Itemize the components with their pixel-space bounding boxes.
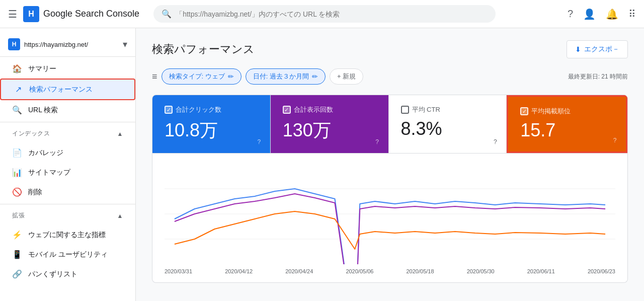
metric-card-ctr[interactable]: 平均 CTR 8.3% ? <box>389 95 507 153</box>
metric-card-clicks[interactable]: ✓ 合計クリック数 10.8万 ? <box>152 95 271 153</box>
filters-bar: ≡ 検索タイプ: ウェブ ✏ 日付: 過去３か月間 ✏ + 新規 最終更新日: … <box>152 68 628 85</box>
sidebar-item-summary[interactable]: 🏠 サマリー <box>0 59 135 79</box>
section-index-label: インデックス <box>12 129 50 138</box>
menu-icon[interactable]: ☰ <box>8 8 17 20</box>
app-logo: H Google Search Console <box>23 6 139 22</box>
metrics-row: ✓ 合計クリック数 10.8万 ? ✓ 合計表示回数 130万 ? 平均 CTR <box>152 95 628 154</box>
export-label: エクスポ－ <box>584 45 619 54</box>
ctr-value: 8.3% <box>401 118 495 139</box>
app-name: Google Search Console <box>43 9 139 19</box>
last-update-text: 最終更新日: 21 時間前 <box>568 72 628 81</box>
new-filter-button[interactable]: + 新規 <box>330 68 363 85</box>
mobile-icon: 📱 <box>12 250 22 259</box>
sidebar-item-mobile-usability[interactable]: 📱 モバイル ユーザビリティ <box>0 245 135 264</box>
xaxis-label-0: 2020/03/31 <box>165 268 192 274</box>
metric-card-position[interactable]: ✓ 平均掲載順位 15.7 ? <box>507 95 627 153</box>
section-extensions-label: 拡張 <box>12 211 25 220</box>
clicks-value: 10.8万 <box>165 118 258 143</box>
property-url: https://hayamizbg.net/ <box>24 41 119 48</box>
notification-icon[interactable]: 🔔 <box>606 8 618 20</box>
apps-icon[interactable]: ⠿ <box>628 8 636 20</box>
sidebar-item-sitemap-label: サイトマップ <box>28 168 70 177</box>
impressions-value: 130万 <box>283 118 376 143</box>
filter-icon: ≡ <box>152 71 157 82</box>
sidebar-item-coverage-label: カバレッジ <box>28 148 63 158</box>
date-edit-icon[interactable]: ✏ <box>312 72 318 81</box>
topbar-actions: ? 👤 🔔 ⠿ <box>568 8 636 20</box>
sidebar-item-vitals-label: ウェブに関する主な指標 <box>28 231 106 240</box>
sidebar-item-search-performance[interactable]: ↗ 検索パフォーマンス <box>0 79 135 100</box>
clicks-checkbox[interactable]: ✓ <box>165 106 173 114</box>
sidebar-item-summary-label: サマリー <box>28 64 56 73</box>
sidebar-divider-2 <box>0 204 135 204</box>
ctr-checkbox[interactable] <box>401 106 409 114</box>
impressions-help-icon[interactable]: ? <box>372 137 382 147</box>
sidebar-item-mobile-label: モバイル ユーザビリティ <box>28 250 108 259</box>
help-icon[interactable]: ? <box>568 8 573 20</box>
property-icon: H <box>8 38 20 50</box>
logo-icon: H <box>23 6 39 22</box>
section-collapse-icon[interactable]: ▲ <box>117 130 123 137</box>
search-icon: 🔍 <box>162 9 172 19</box>
position-value: 15.7 <box>520 120 614 141</box>
page-header: 検索パフォーマンス ⬇ エクスポ－ <box>152 40 628 58</box>
sidebar-divider-1 <box>0 122 135 122</box>
search-bar[interactable]: 🔍 <box>153 5 496 23</box>
sidebar-item-sitemap[interactable]: 📊 サイトマップ <box>0 163 135 182</box>
sidebar-item-url-inspection[interactable]: 🔍 URL 検索 <box>0 100 135 120</box>
web-vitals-icon: ⚡ <box>12 230 22 240</box>
xaxis-label-5: 2020/05/30 <box>467 268 495 274</box>
xaxis-label-6: 2020/06/11 <box>527 268 555 274</box>
impressions-label: ✓ 合計表示回数 <box>283 105 376 114</box>
remove-icon: 🚫 <box>12 187 22 197</box>
sidebar-item-breadcrumbs[interactable]: 🔗 パンくずリスト <box>0 264 135 284</box>
search-type-edit-icon[interactable]: ✏ <box>228 72 234 81</box>
breadcrumb-icon: 🔗 <box>12 269 22 279</box>
sidebar-item-remove[interactable]: 🚫 削除 <box>0 182 135 202</box>
sidebar-section-extensions: 拡張 ▲ <box>0 206 135 225</box>
sidebar-item-url-label: URL 検索 <box>28 106 58 115</box>
date-chip[interactable]: 日付: 過去３か月間 ✏ <box>246 68 326 85</box>
trend-icon: ↗ <box>13 85 23 94</box>
search-type-label: 検索タイプ: ウェブ <box>169 72 225 81</box>
sidebar-item-web-vitals[interactable]: ⚡ ウェブに関する主な指標 <box>0 225 135 245</box>
sidebar-item-breadcrumb-label: パンくずリスト <box>28 270 77 279</box>
xaxis-label-4: 2020/05/18 <box>407 268 434 274</box>
impressions-checkbox[interactable]: ✓ <box>283 106 291 114</box>
date-label: 日付: 過去３か月間 <box>253 72 309 81</box>
clicks-help-icon[interactable]: ? <box>254 137 264 147</box>
ctr-label: 平均 CTR <box>401 105 495 114</box>
coverage-icon: 📄 <box>12 148 22 158</box>
position-checkbox[interactable]: ✓ <box>520 107 528 115</box>
section-extensions-collapse-icon[interactable]: ▲ <box>117 212 123 219</box>
chart-area: 2020/03/31 2020/04/12 2020/04/24 2020/05… <box>152 154 628 283</box>
url-search-icon: 🔍 <box>12 105 22 115</box>
position-help-icon[interactable]: ? <box>610 135 620 145</box>
page-title: 検索パフォーマンス <box>152 42 255 57</box>
sidebar: H https://hayamizbg.net/ ▾ 🏠 サマリー ↗ 検索パフ… <box>0 28 136 301</box>
export-button[interactable]: ⬇ エクスポ－ <box>567 40 628 58</box>
home-icon: 🏠 <box>12 64 22 73</box>
clicks-label: ✓ 合計クリック数 <box>165 105 258 114</box>
topbar: ☰ H Google Search Console 🔍 ? 👤 🔔 ⠿ <box>0 0 644 28</box>
xaxis-label-3: 2020/05/06 <box>346 268 373 274</box>
chart-xaxis: 2020/03/31 2020/04/12 2020/04/24 2020/05… <box>165 266 615 274</box>
search-input[interactable] <box>176 10 488 18</box>
xaxis-label-1: 2020/04/12 <box>225 268 253 274</box>
main-content: 検索パフォーマンス ⬇ エクスポ－ ≡ 検索タイプ: ウェブ ✏ 日付: 過去３… <box>136 28 644 301</box>
sidebar-section-index: インデックス ▲ <box>0 124 135 143</box>
sidebar-item-performance-label: 検索パフォーマンス <box>29 85 93 94</box>
property-chevron-icon[interactable]: ▾ <box>123 39 127 50</box>
search-type-chip[interactable]: 検索タイプ: ウェブ ✏ <box>162 68 242 85</box>
ctr-help-icon[interactable]: ? <box>490 137 500 147</box>
position-label: ✓ 平均掲載順位 <box>520 107 614 116</box>
property-selector[interactable]: H https://hayamizbg.net/ ▾ <box>0 32 135 57</box>
account-icon[interactable]: 👤 <box>583 8 596 20</box>
xaxis-label-2: 2020/04/24 <box>285 268 313 274</box>
main-layout: H https://hayamizbg.net/ ▾ 🏠 サマリー ↗ 検索パフ… <box>0 28 644 301</box>
export-icon: ⬇ <box>575 45 581 53</box>
metric-card-impressions[interactable]: ✓ 合計表示回数 130万 ? <box>271 95 389 153</box>
performance-chart <box>165 164 615 264</box>
sidebar-item-coverage[interactable]: 📄 カバレッジ <box>0 143 135 163</box>
sidebar-item-remove-label: 削除 <box>28 188 42 197</box>
